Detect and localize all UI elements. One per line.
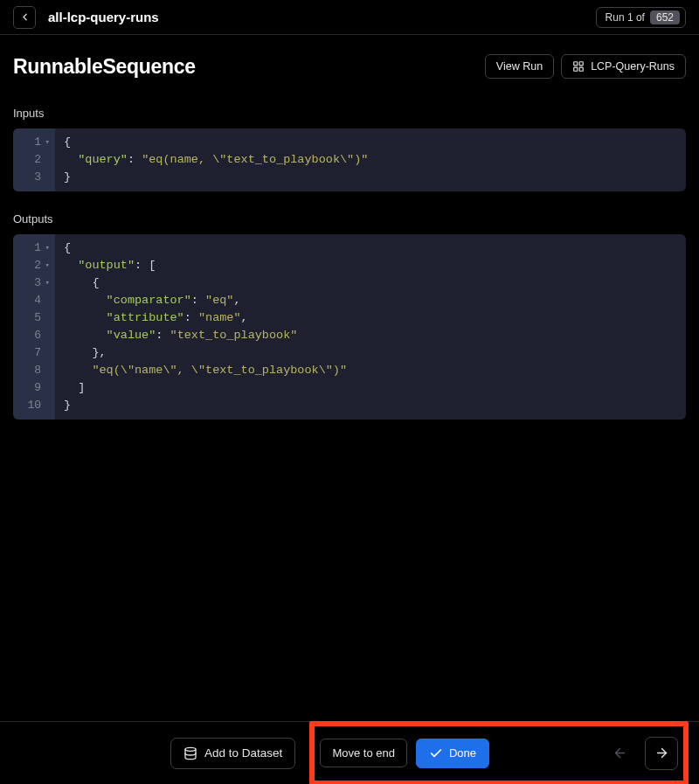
check-icon	[429, 746, 443, 760]
arrow-right-icon	[654, 746, 669, 760]
dataset-link-label: LCP-Query-Runs	[591, 60, 675, 73]
page-title: RunnableSequence	[13, 55, 196, 79]
chevron-left-icon	[19, 11, 31, 23]
add-to-dataset-label: Add to Dataset	[204, 746, 282, 760]
run-counter-prefix: Run 1 of	[606, 11, 645, 24]
outputs-gutter: 1▾ 2▾ 3▾ 4 5 6 7 8 9 10	[13, 234, 55, 420]
inputs-code: { "query": "eq(name, \"text_to_playbook\…	[55, 128, 686, 191]
outputs-code-block[interactable]: 1▾ 2▾ 3▾ 4 5 6 7 8 9 10 { "output": [ { …	[13, 234, 686, 420]
add-to-dataset-button[interactable]: Add to Dataset	[170, 738, 295, 769]
run-counter-total: 652	[650, 10, 680, 24]
inputs-gutter: 1▾ 2 3	[13, 128, 55, 191]
next-button[interactable]	[645, 737, 678, 770]
move-to-end-button[interactable]: Move to end	[320, 739, 407, 767]
prev-button	[603, 737, 636, 770]
svg-rect-1	[579, 62, 583, 66]
inputs-code-block[interactable]: 1▾ 2 3 { "query": "eq(name, \"text_to_pl…	[13, 128, 686, 191]
back-button[interactable]	[13, 6, 36, 29]
svg-rect-3	[579, 67, 583, 71]
svg-rect-0	[574, 62, 578, 66]
grid-icon	[572, 60, 585, 73]
outputs-code: { "output": [ { "comparator": "eq", "att…	[55, 234, 686, 420]
arrow-left-icon	[612, 746, 627, 760]
action-highlight-box: Move to end Done	[309, 721, 689, 785]
view-run-label: View Run	[496, 60, 543, 73]
run-counter[interactable]: Run 1 of 652	[596, 7, 686, 28]
svg-point-4	[185, 747, 196, 751]
svg-rect-2	[574, 67, 578, 71]
view-run-button[interactable]: View Run	[485, 54, 554, 79]
move-to-end-label: Move to end	[332, 746, 395, 760]
dataset-link-button[interactable]: LCP-Query-Runs	[561, 54, 686, 79]
breadcrumb[interactable]: all-lcp-query-runs	[48, 10, 159, 24]
done-label: Done	[449, 746, 476, 760]
inputs-label: Inputs	[0, 94, 699, 128]
done-button[interactable]: Done	[416, 739, 489, 768]
outputs-label: Outputs	[0, 200, 699, 234]
database-icon	[183, 746, 197, 760]
